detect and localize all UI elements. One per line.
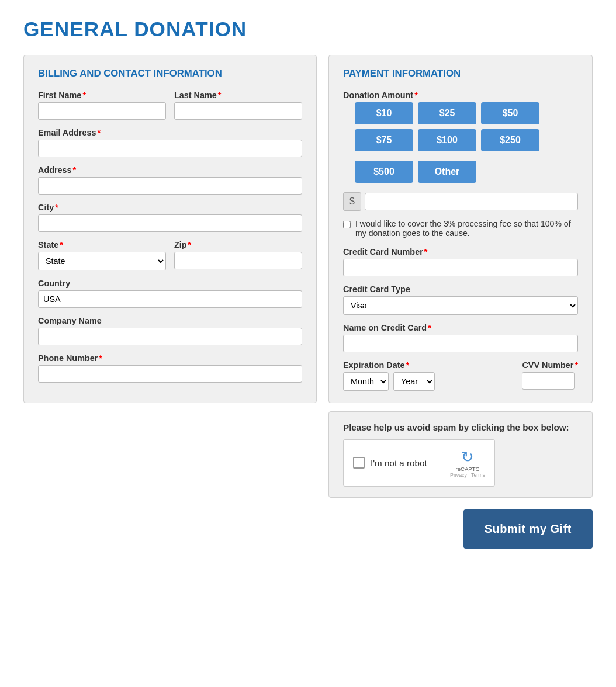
recaptcha-icon: ↻ [461,448,474,466]
zip-input[interactable] [174,252,302,269]
recaptcha-label: I'm not a robot [371,458,444,468]
email-label: Email Address* [38,128,302,137]
zip-label: Zip* [174,240,302,249]
email-group: Email Address* [38,128,302,157]
expiry-cvv-row: Expiration Date* Month 01020304 05060708… [343,360,578,391]
processing-fee-text: I would like to cover the 3% processing … [355,219,578,238]
processing-fee-checkbox[interactable] [343,221,351,228]
country-label: Country [38,279,302,288]
right-column: PAYMENT INFORMATION Donation Amount* $10… [328,55,593,549]
billing-panel: BILLING AND CONTACT INFORMATION First Na… [23,55,317,403]
first-name-label: First Name* [38,91,166,100]
donation-amount-label: Donation Amount* [343,91,578,100]
phone-label: Phone Number* [38,353,302,363]
cc-number-group: Credit Card Number* [343,247,578,276]
first-name-input[interactable] [38,102,166,120]
donation-buttons-grid: $10 $25 $50 $75 $100 $250 [355,102,578,151]
name-on-card-group: Name on Credit Card* [343,323,578,352]
city-input[interactable] [38,214,302,232]
expiration-label: Expiration Date* [343,360,513,370]
address-input[interactable] [38,177,302,195]
donation-btn-250[interactable]: $250 [481,129,539,151]
city-label: City* [38,203,302,212]
cc-type-group: Credit Card Type Visa Mastercard America… [343,284,578,315]
donation-last-row: $500 Other [355,161,578,183]
dollar-sign-icon: $ [343,192,361,211]
company-label: Company Name [38,316,302,325]
state-select[interactable]: State ALAKAZAR CACOCTDE FLGAHIID ILINIAK… [38,252,166,270]
address-label: Address* [38,165,302,175]
name-row: First Name* Last Name* [38,91,302,128]
page-title: GENERAL DONATION [23,18,593,41]
custom-amount-input[interactable] [365,193,578,210]
state-group: State* State ALAKAZAR CACOCTDE FLGAHIID … [38,240,166,270]
zip-group: Zip* [174,240,302,270]
cc-number-label: Credit Card Number* [343,247,578,256]
donation-btn-50[interactable]: $50 [481,102,539,124]
submit-button[interactable]: Submit my Gift [463,509,593,549]
donation-btn-100[interactable]: $100 [418,129,476,151]
recaptcha-logo: ↻ reCAPTC Privacy · Terms [450,448,485,478]
last-name-label: Last Name* [174,91,302,100]
donation-amount-group: Donation Amount* $10 $25 $50 $75 $100 $2… [343,91,578,183]
first-name-group: First Name* [38,91,166,120]
payment-panel: PAYMENT INFORMATION Donation Amount* $10… [328,55,593,403]
country-input[interactable] [38,290,302,308]
payment-section-title: PAYMENT INFORMATION [343,67,578,80]
last-name-group: Last Name* [174,91,302,120]
recaptcha-checkbox[interactable] [353,457,365,469]
custom-amount-row: $ [343,192,578,211]
state-zip-row: State* State ALAKAZAR CACOCTDE FLGAHIID … [38,240,302,279]
phone-group: Phone Number* [38,353,302,383]
donation-btn-500[interactable]: $500 [355,161,413,183]
company-group: Company Name [38,316,302,345]
email-input[interactable] [38,140,302,157]
state-label: State* [38,240,166,249]
submit-row: Submit my Gift [328,509,593,549]
expiry-selects: Month 01020304 05060708 09101112 Year 20… [343,372,513,391]
name-on-card-input[interactable] [343,335,578,352]
cvv-section: CVV Number* [522,360,578,390]
recaptcha-sub: Privacy · Terms [450,472,485,478]
processing-fee-row: I would like to cover the 3% processing … [343,219,578,238]
cvv-label: CVV Number* [522,360,578,370]
cc-type-label: Credit Card Type [343,284,578,294]
recaptcha-box[interactable]: I'm not a robot ↻ reCAPTC Privacy · Term… [343,439,495,487]
phone-input[interactable] [38,365,302,383]
country-group: Country [38,279,302,308]
donation-btn-25[interactable]: $25 [418,102,476,124]
city-group: City* [38,203,302,232]
cvv-input[interactable] [522,372,575,390]
cc-type-select[interactable]: Visa Mastercard American Express Discove… [343,296,578,315]
donation-btn-10[interactable]: $10 [355,102,413,124]
billing-section-title: BILLING AND CONTACT INFORMATION [38,67,302,80]
donation-btn-75[interactable]: $75 [355,129,413,151]
last-name-input[interactable] [174,102,302,120]
month-select[interactable]: Month 01020304 05060708 09101112 [343,372,389,391]
donation-btn-other[interactable]: Other [418,161,476,183]
recaptcha-brand: reCAPTC [455,466,479,472]
name-on-card-label: Name on Credit Card* [343,323,578,332]
spam-text: Please help us avoid spam by clicking th… [343,422,578,432]
spam-panel: Please help us avoid spam by clicking th… [328,411,593,498]
cc-number-input[interactable] [343,259,578,276]
form-wrapper: BILLING AND CONTACT INFORMATION First Na… [23,55,593,549]
company-input[interactable] [38,328,302,345]
year-select[interactable]: Year 202420252026 2027202820292030 [393,372,435,391]
address-group: Address* [38,165,302,195]
expiry-section: Expiration Date* Month 01020304 05060708… [343,360,513,391]
